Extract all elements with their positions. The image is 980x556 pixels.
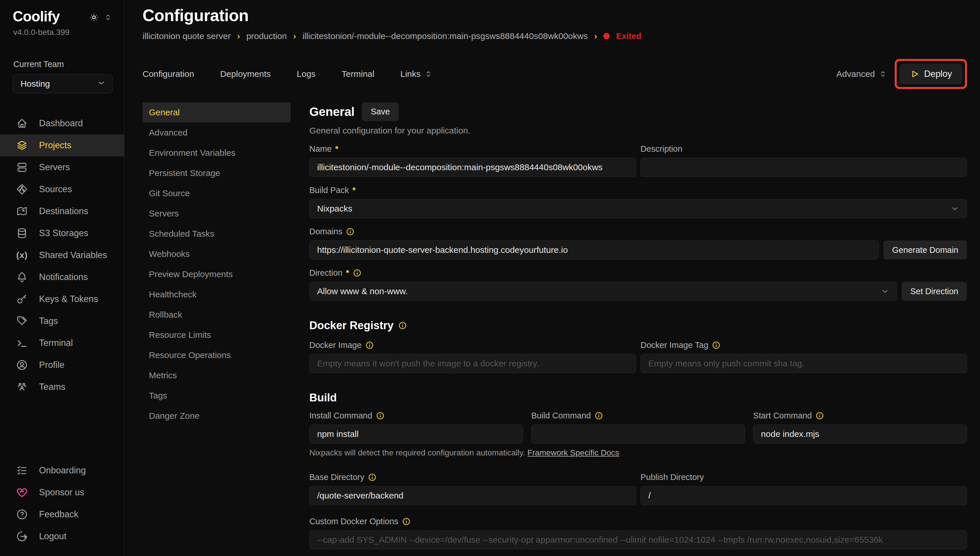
theme-toggle-sun-icon[interactable] [89, 12, 99, 24]
status-dot-icon [603, 33, 610, 39]
deploy-highlight-annotation: Deploy [895, 59, 967, 89]
deploy-button[interactable]: Deploy [899, 63, 963, 84]
tab-logs[interactable]: Logs [297, 69, 316, 79]
app-logo: Coolify [13, 8, 60, 25]
general-form: General Save General configuration for y… [309, 102, 967, 556]
sidebar-item-destinations[interactable]: Destinations [0, 200, 124, 222]
sidebar-item-keys-tokens[interactable]: Keys & Tokens [0, 288, 124, 310]
info-icon [594, 411, 603, 420]
breadcrumb: illicitonion quote server › production ›… [142, 31, 967, 41]
install-command-input[interactable] [309, 425, 523, 444]
tab-configuration[interactable]: Configuration [142, 69, 194, 79]
docker-image-input[interactable] [309, 354, 636, 373]
config-menu-rollback[interactable]: Rollback [142, 305, 291, 325]
sidebar-item-sources[interactable]: Sources [0, 178, 124, 200]
sidebar-item-s3-storages[interactable]: S3 Storages [0, 222, 124, 244]
breadcrumb-separator-icon: › [237, 31, 240, 41]
required-asterisk: * [335, 144, 338, 154]
info-icon [398, 321, 407, 330]
sidebar-item-dashboard[interactable]: Dashboard [0, 112, 124, 134]
config-menu-healthcheck[interactable]: Healthcheck [142, 284, 291, 305]
base-directory-label: Base Directory [309, 472, 364, 482]
framework-docs-link[interactable]: Framework Specific Docs [527, 448, 619, 457]
config-menu-webhooks[interactable]: Webhooks [142, 244, 291, 264]
sidebar-item-shared-variables[interactable]: (x) Shared Variables [0, 244, 124, 266]
tab-deployments[interactable]: Deployments [220, 69, 270, 79]
description-input[interactable] [640, 158, 967, 177]
user-icon [16, 359, 28, 371]
users-icon [16, 381, 28, 393]
start-command-input[interactable] [753, 425, 967, 444]
save-button[interactable]: Save [362, 102, 398, 121]
sidebar-item-teams[interactable]: Teams [0, 376, 124, 398]
updown-chevron-icon [424, 70, 433, 78]
tab-bar: Configuration Deployments Logs Terminal … [142, 59, 967, 89]
description-label: Description [640, 144, 682, 154]
config-menu-environment-variables[interactable]: Environment Variables [142, 143, 291, 163]
advanced-menu[interactable]: Advanced [836, 69, 887, 79]
set-direction-button[interactable]: Set Direction [902, 282, 967, 301]
sidebar-item-profile[interactable]: Profile [0, 354, 124, 376]
build-pack-select[interactable]: Nixpacks [309, 199, 967, 218]
direction-select[interactable]: Allow www & non-www. [309, 282, 897, 301]
map-icon [16, 205, 28, 217]
checklist-icon [16, 464, 28, 477]
direction-label: Direction [309, 268, 342, 278]
page-title: Configuration [142, 6, 967, 25]
sidebar-bottom-nav: Onboarding Sponsor us Feedback Logout [0, 459, 124, 547]
sidebar-item-onboarding[interactable]: Onboarding [0, 459, 124, 482]
docker-image-tag-input[interactable] [640, 354, 967, 373]
database-icon [16, 227, 28, 239]
config-menu-resource-limits[interactable]: Resource Limits [142, 325, 291, 345]
config-menu-danger-zone[interactable]: Danger Zone [142, 406, 291, 426]
layers-icon [16, 139, 28, 152]
config-menu-persistent-storage[interactable]: Persistent Storage [142, 163, 291, 183]
sidebar-item-servers[interactable]: Servers [0, 156, 124, 178]
info-icon [402, 517, 411, 526]
config-menu-resource-operations[interactable]: Resource Operations [142, 345, 291, 365]
chevron-down-icon [97, 79, 106, 89]
build-command-input[interactable] [531, 425, 745, 444]
config-menu-git-source[interactable]: Git Source [142, 183, 291, 204]
sidebar-item-feedback[interactable]: Feedback [0, 503, 124, 525]
config-menu-preview-deployments[interactable]: Preview Deployments [142, 264, 291, 284]
config-menu-general[interactable]: General [142, 102, 291, 123]
generate-domain-button[interactable]: Generate Domain [883, 241, 967, 260]
docker-image-label: Docker Image [309, 340, 362, 350]
status-badge: Exited [616, 31, 641, 41]
bell-icon [16, 271, 28, 283]
sidebar-item-terminal[interactable]: Terminal [0, 332, 124, 354]
breadcrumb-project[interactable]: illicitonion quote server [142, 31, 231, 41]
breadcrumb-application[interactable]: illicitestonion/-module--decomposition:m… [302, 31, 588, 41]
name-input[interactable] [309, 158, 636, 177]
home-icon [16, 117, 28, 129]
config-menu-scheduled-tasks[interactable]: Scheduled Tasks [142, 224, 291, 244]
sidebar-item-sponsor-us[interactable]: Sponsor us [0, 482, 124, 503]
config-menu-servers[interactable]: Servers [142, 204, 291, 224]
theme-selector-chevron-icon[interactable] [104, 13, 112, 23]
sidebar-item-notifications[interactable]: Notifications [0, 266, 124, 288]
breadcrumb-environment[interactable]: production [246, 31, 287, 41]
coolify-app: Coolify v4.0.0-beta.399 Current Team Hos… [0, 0, 980, 556]
tab-terminal[interactable]: Terminal [342, 69, 374, 79]
domains-input[interactable] [309, 241, 879, 260]
chevron-down-icon [951, 204, 959, 213]
config-menu-advanced[interactable]: Advanced [142, 123, 291, 143]
tab-links[interactable]: Links [400, 69, 433, 79]
breadcrumb-separator-icon: › [293, 31, 296, 41]
config-menu-tags[interactable]: Tags [142, 386, 291, 406]
sidebar-item-tags[interactable]: Tags [0, 310, 124, 332]
team-select[interactable]: Hosting [13, 74, 112, 93]
base-directory-input[interactable] [309, 486, 636, 505]
config-menu-metrics[interactable]: Metrics [142, 365, 291, 386]
variables-icon: (x) [16, 250, 28, 260]
publish-directory-input[interactable] [640, 486, 967, 505]
sidebar-item-logout[interactable]: Logout [0, 525, 124, 547]
build-command-label: Build Command [531, 411, 591, 420]
info-icon [346, 227, 355, 236]
sidebar-item-projects[interactable]: Projects [0, 134, 124, 156]
install-command-label: Install Command [309, 411, 372, 420]
app-version: v4.0.0-beta.399 [0, 25, 124, 37]
custom-docker-options-input[interactable] [309, 530, 967, 550]
info-icon [353, 268, 362, 277]
